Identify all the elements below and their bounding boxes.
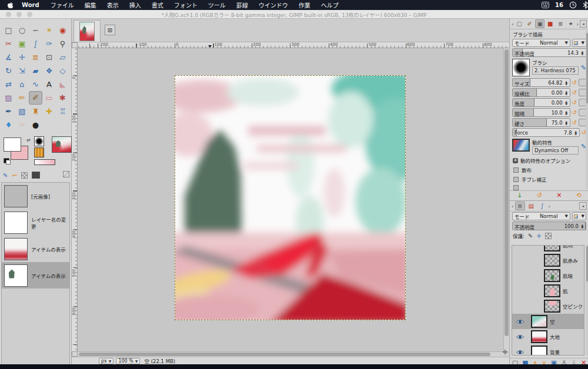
layer-row-肌暗[interactable]: 肌暗 [512,268,584,283]
layer-opacity-spinner[interactable]: ▲▼ [580,222,585,230]
layer-opacity-slider[interactable]: 不透明度 100.0 ▲▼ [512,222,586,230]
slider-spinner[interactable]: ▲▼ [573,129,579,136]
undo-history-item[interactable]: アイテムの表示 [2,262,69,289]
delete-tool-preset-button[interactable]: ✕ [556,192,562,199]
tab-tool-options[interactable]: ▣ [535,19,544,28]
tab-layers[interactable]: ≣ [556,19,565,28]
layer-thumbnail[interactable] [544,269,560,282]
tab-paths[interactable]: ∫ [537,202,547,210]
reset-縦横比-icon[interactable]: ↺ [572,89,577,96]
手ブレ補正-checkbox[interactable] [513,177,519,182]
layer-row-大地[interactable]: 大地 [512,329,584,344]
slider-spinner[interactable]: ▲▼ [564,109,569,116]
dock-menu-icon[interactable]: ◂ [579,202,587,210]
ruler-corner-button[interactable] [72,42,78,48]
tool-select-by-color[interactable]: ◉ [56,24,69,37]
tool-clone[interactable]: ♜ [29,105,42,118]
undo-history-item[interactable]: レイヤー名の変更 [2,209,69,236]
tool-text[interactable]: A [42,78,56,91]
vertical-ruler[interactable]: 0100200300400500600 [72,48,78,351]
lock-position-icon[interactable]: ✛ [536,233,541,239]
tool-mypaint-brush[interactable]: ▧ [15,105,29,118]
restore-tool-preset-button[interactable]: ↺ [537,192,542,199]
tool-free-select[interactable]: ∽ [29,24,42,37]
tool-pencil[interactable]: ✏ [15,91,29,105]
opacity-spinner[interactable]: ▲▼ [580,49,585,56]
active-pattern-chip[interactable] [34,147,44,157]
input-source-icon[interactable] [542,2,549,8]
tab-brushes[interactable]: ✐ [525,19,534,28]
default-colors-icon[interactable] [4,158,9,163]
tool-shear[interactable]: ▰ [29,64,42,78]
tab-dynamics[interactable]: ✦ [566,19,575,28]
tab-channels[interactable]: ▤ [526,202,536,210]
slider-spinner[interactable]: ▲▼ [564,79,569,86]
tool-foreground-select[interactable]: ▣ [15,37,29,51]
dynamics-options-expander[interactable]: + 動的特性のオプション [510,156,588,165]
tool-crop[interactable]: ⊡ [42,51,56,64]
dynamics-preview[interactable] [512,139,530,152]
tool-bucket-fill[interactable]: ◣ [56,78,69,91]
tool-options-scrollbar[interactable] [586,31,588,189]
layer-thumbnail[interactable] [531,330,547,343]
menubar-item-挿入[interactable]: 挿入 [124,2,146,9]
foreground-color-swatch[interactable] [4,137,21,152]
tool-warp-transform[interactable]: ∿ [29,78,42,91]
zoom-dropdown[interactable]: 100 %▼ [116,358,140,364]
dashboard-tab-icon[interactable]: ⊠ [105,25,115,35]
tool-color-picker[interactable]: ✑ [42,37,56,51]
tool-blur-sharpen[interactable]: ♦ [2,118,15,132]
navigation-button[interactable]: ✛ [501,348,509,357]
tool-perspective[interactable]: ◇ [56,64,69,78]
tab-palettes[interactable]: ■ [546,19,554,28]
opacity-slider[interactable]: 不透明度 14.3 ▲▼ [512,48,586,57]
active-gradient-chip[interactable] [34,159,55,165]
dock-menu-icon[interactable]: ◂ [580,20,587,28]
panel-resize-grip[interactable] [63,171,69,177]
tool-paintbrush[interactable]: ✐ [29,91,42,105]
tab-colors[interactable]: ▢ [515,19,524,28]
layer-visible-eye-icon[interactable] [513,350,526,355]
reset-tool-options-button[interactable]: ⟲ [576,192,582,199]
tool-smudge[interactable]: ☞ [15,118,29,132]
tool-rotate[interactable]: ↻ [2,64,15,78]
horizontal-ruler[interactable]: -200-1000100200300400500600700800 [78,42,509,48]
quickmask-toggle[interactable] [72,351,78,357]
layer-thumbnail[interactable] [544,254,560,267]
menubar-item-表示[interactable]: 表示 [102,2,124,9]
undo-history-item[interactable]: アイテムの表示 [2,236,69,262]
active-app-name[interactable]: Word [16,2,45,8]
layer-row-肌赤み[interactable]: 肌赤み [512,253,584,268]
tool-scale[interactable]: ⇲ [15,64,29,78]
layer-mode-switch-dropdown[interactable]: ▼ [572,212,586,220]
mask-chip-icon[interactable] [21,172,28,179]
vertical-scrollbar[interactable] [503,48,509,351]
option-散布[interactable]: 散布 [510,165,588,175]
tabs-scroll-right-icon[interactable]: › [576,21,579,27]
slider-間隔[interactable]: 間隔10.0▲▼ [512,108,570,117]
menubar-item-ツール[interactable]: ツール [203,2,231,9]
layer-list-scrollbar[interactable] [586,245,588,355]
reset-硬さ-icon[interactable]: ↺ [572,119,577,126]
reset-角度-icon[interactable]: ↺ [572,99,577,106]
clipped-checkbox[interactable] [513,185,519,190]
menubar-item-ヘルプ[interactable]: ヘルプ [316,2,344,9]
menubar-item-罫線[interactable]: 罫線 [231,2,253,9]
color-edit-icon[interactable]: ✎ [3,172,8,179]
tool-cage-transform[interactable]: ⌂ [15,78,29,91]
layer-mode-dropdown[interactable]: モード Normal▼ [512,212,570,220]
brush-preview[interactable] [512,59,530,76]
layer-row-空ピンク[interactable]: 空ピンク [512,298,584,314]
tool-align[interactable]: ≣ [29,51,42,64]
menubar-item-ファイル[interactable]: ファイル [45,2,79,9]
tool-airbrush[interactable]: ✱ [56,91,69,105]
lock-alpha-icon[interactable] [545,233,552,239]
tool-move[interactable]: ✛ [15,51,29,64]
screen-chip-icon[interactable] [32,172,40,179]
tab-layers[interactable]: ≣ [515,202,525,210]
undo-history-item[interactable]: [元画像] [2,183,69,209]
tool-ellipse-select[interactable]: ○ [15,24,29,37]
canvas-viewport[interactable] [78,48,503,351]
tool-flip[interactable]: ⇄ [2,78,15,91]
reset-間隔-icon[interactable]: ↺ [572,109,577,116]
